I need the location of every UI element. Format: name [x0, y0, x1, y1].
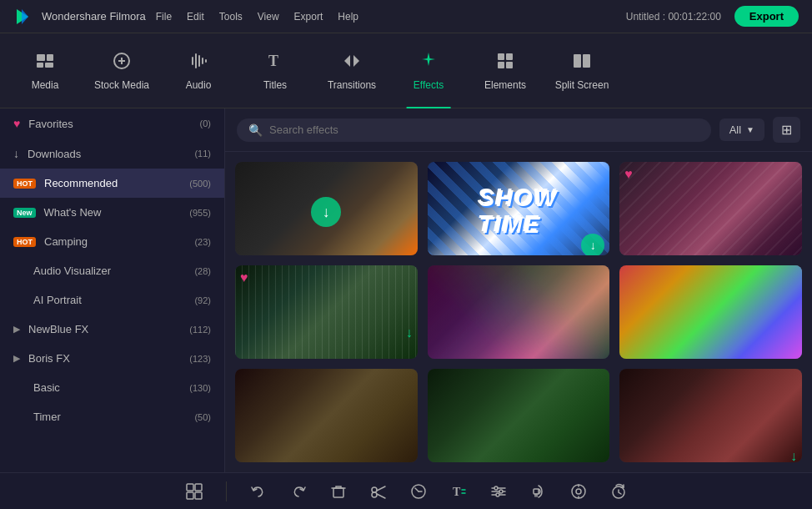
svg-point-32	[494, 486, 498, 490]
recommended-label: Recommended	[44, 177, 118, 189]
menu-export[interactable]: Export	[294, 11, 323, 23]
camping-count: (23)	[194, 237, 211, 247]
timer-count: (50)	[194, 412, 211, 422]
app-logo	[13, 8, 32, 26]
effect-thumb-9: ↓	[619, 369, 802, 462]
effect-thumb-5	[428, 265, 610, 359]
toolbar-elements[interactable]: Elements	[469, 42, 542, 100]
favorites-label: Favorites	[28, 118, 73, 130]
effect-card-2[interactable]: SHOWTIME ↓ 3D Sport Car Pack Overla...	[428, 162, 610, 255]
manga-overlay	[619, 162, 802, 255]
sidebar-item-newblue-fx[interactable]: ▶ NewBlue FX (112)	[0, 315, 224, 344]
bottom-adjust-tool[interactable]	[490, 483, 507, 500]
favorite-heart-icon-3: ♥	[624, 167, 633, 182]
bottom-delete-tool[interactable]	[330, 483, 347, 500]
whats-new-label: What's New	[44, 206, 102, 219]
svg-text:T: T	[453, 486, 461, 498]
effects-grid: ↓ 3D Sport Car Pack Overla... SHOWTIME ↓…	[225, 152, 812, 472]
bottom-motion-tool[interactable]	[570, 483, 587, 500]
filter-label: All	[729, 123, 741, 136]
favorite-heart-icon-4: ♥	[240, 270, 248, 285]
search-icon: 🔍	[248, 123, 263, 137]
effect-card-9[interactable]: ↓	[619, 369, 802, 462]
toolbar-split-screen[interactable]: Split Screen	[545, 42, 619, 100]
bottom-audio-tool[interactable]	[530, 483, 547, 500]
toolbar-titles[interactable]: T Titles	[238, 42, 312, 100]
svg-rect-10	[498, 62, 504, 68]
bottom-split-tool[interactable]	[186, 483, 203, 500]
sidebar-item-newblue-fx-left: ▶ NewBlue FX	[13, 323, 88, 335]
camping-label: Camping	[44, 235, 88, 248]
sidebar-item-whats-new-left: New What's New	[13, 206, 101, 219]
bottom-text-tool[interactable]: T	[450, 483, 467, 500]
effect-card-7[interactable]	[235, 369, 418, 462]
svg-rect-12	[574, 54, 581, 68]
sidebar-item-recommended[interactable]: HOT Recommended (500)	[0, 169, 224, 198]
toolbar-media[interactable]: Media	[8, 42, 82, 100]
bottom-time-tool[interactable]	[610, 483, 627, 500]
toolbar-effects[interactable]: Effects	[392, 42, 465, 100]
sidebar-item-camping[interactable]: HOT Camping (23)	[0, 227, 224, 256]
sidebar: ♥ Favorites (0) ↓ Downloads (11) HOT Rec…	[0, 108, 225, 472]
svg-rect-5	[45, 63, 53, 68]
favorites-icon: ♥	[13, 117, 20, 130]
menu-help[interactable]: Help	[338, 11, 358, 23]
menu-tools[interactable]: Tools	[219, 11, 243, 23]
toolbar-transitions[interactable]: Transitions	[315, 42, 388, 100]
basic-count: (130)	[189, 383, 211, 393]
transitions-icon	[342, 51, 362, 74]
effect-card-4[interactable]: ♥ ↓ Japanese Speedline Pack...	[235, 265, 418, 359]
sidebar-item-timer[interactable]: Timer (50)	[0, 402, 224, 431]
sidebar-item-ai-portrait[interactable]: AI Portrait (92)	[0, 285, 224, 315]
sidebar-item-downloads-left: ↓ Downloads	[13, 147, 81, 160]
sidebar-item-favorites[interactable]: ♥ Favorites (0)	[0, 108, 224, 139]
bottom-toolbar: T	[0, 472, 812, 509]
sidebar-item-whats-new[interactable]: New What's New (955)	[0, 198, 224, 227]
svg-point-34	[496, 493, 499, 496]
ai-portrait-count: (92)	[194, 295, 211, 305]
menu-edit[interactable]: Edit	[187, 11, 204, 23]
downloads-count: (11)	[194, 149, 211, 159]
split-screen-label: Split Screen	[555, 79, 609, 91]
svg-rect-18	[333, 488, 343, 497]
sidebar-item-boris-fx-left: ▶ Boris FX	[13, 352, 70, 365]
svg-rect-13	[583, 54, 590, 68]
bottom-redo-tool[interactable]	[290, 483, 307, 500]
effects-label: Effects	[414, 79, 444, 91]
sidebar-item-recommended-left: HOT Recommended	[13, 177, 118, 189]
svg-marker-1	[22, 9, 28, 24]
svg-line-21	[377, 486, 385, 491]
svg-rect-9	[506, 53, 513, 60]
ai-portrait-label: AI Portrait	[33, 294, 82, 306]
effect-card-6[interactable]: Chromatic Aberration	[619, 265, 802, 359]
bottom-scissors-tool[interactable]	[370, 483, 387, 500]
sidebar-item-camping-left: HOT Camping	[13, 235, 88, 248]
bottom-speed-tool[interactable]	[410, 483, 427, 500]
sidebar-item-basic[interactable]: Basic (130)	[0, 373, 224, 402]
svg-point-39	[576, 489, 581, 494]
effect-card-1[interactable]: ↓ 3D Sport Car Pack Overla...	[235, 162, 418, 255]
svg-rect-8	[498, 53, 504, 60]
sidebar-item-downloads[interactable]: ↓ Downloads (11)	[0, 139, 224, 169]
bottom-undo-tool[interactable]	[250, 483, 267, 500]
effects-icon	[419, 51, 439, 74]
filter-dropdown[interactable]: All ▼	[719, 118, 764, 141]
svg-text:T: T	[268, 53, 278, 69]
effect-card-3[interactable]: ♥ Manga Pack Vol 2 Overla...	[619, 162, 802, 255]
sidebar-item-ai-portrait-left: AI Portrait	[13, 294, 82, 306]
svg-rect-14	[187, 484, 193, 491]
effect-card-8[interactable]	[428, 369, 610, 462]
search-input[interactable]	[269, 123, 699, 136]
toolbar-audio[interactable]: Audio	[162, 42, 235, 100]
search-input-wrap[interactable]: 🔍	[237, 118, 711, 142]
toolbar-stock-media[interactable]: Stock Media	[85, 42, 158, 100]
download-icon-4: ↓	[406, 325, 413, 340]
effect-card-5[interactable]: RGB Stroke	[428, 265, 610, 359]
sidebar-item-boris-fx[interactable]: ▶ Boris FX (123)	[0, 344, 224, 373]
svg-point-19	[372, 487, 377, 492]
grid-view-button[interactable]: ⊞	[773, 117, 800, 143]
sidebar-item-audio-visualizer[interactable]: Audio Visualizer (28)	[0, 256, 224, 285]
export-button[interactable]: Export	[734, 6, 799, 27]
menu-file[interactable]: File	[156, 11, 172, 23]
menu-view[interactable]: View	[258, 11, 279, 23]
